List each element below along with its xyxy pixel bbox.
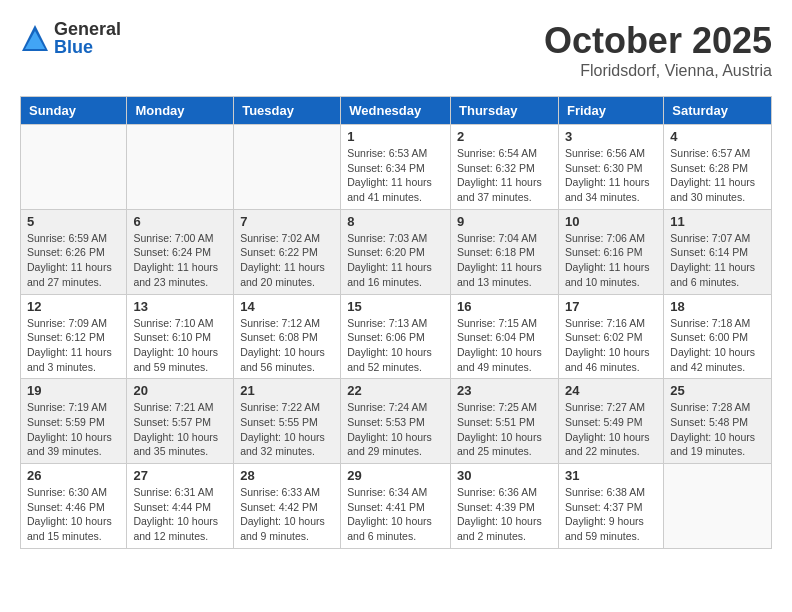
- calendar-cell: [127, 125, 234, 210]
- calendar-week-1: 1Sunrise: 6:53 AM Sunset: 6:34 PM Daylig…: [21, 125, 772, 210]
- calendar-cell: 16Sunrise: 7:15 AM Sunset: 6:04 PM Dayli…: [451, 294, 559, 379]
- day-number: 2: [457, 129, 552, 144]
- day-info: Sunrise: 6:56 AM Sunset: 6:30 PM Dayligh…: [565, 146, 657, 205]
- calendar-cell: 8Sunrise: 7:03 AM Sunset: 6:20 PM Daylig…: [341, 209, 451, 294]
- day-info: Sunrise: 6:57 AM Sunset: 6:28 PM Dayligh…: [670, 146, 765, 205]
- day-info: Sunrise: 7:04 AM Sunset: 6:18 PM Dayligh…: [457, 231, 552, 290]
- day-number: 9: [457, 214, 552, 229]
- calendar-cell: 21Sunrise: 7:22 AM Sunset: 5:55 PM Dayli…: [234, 379, 341, 464]
- day-info: Sunrise: 7:27 AM Sunset: 5:49 PM Dayligh…: [565, 400, 657, 459]
- calendar-week-4: 19Sunrise: 7:19 AM Sunset: 5:59 PM Dayli…: [21, 379, 772, 464]
- calendar-cell: 26Sunrise: 6:30 AM Sunset: 4:46 PM Dayli…: [21, 464, 127, 549]
- day-number: 3: [565, 129, 657, 144]
- calendar-cell: 29Sunrise: 6:34 AM Sunset: 4:41 PM Dayli…: [341, 464, 451, 549]
- day-number: 21: [240, 383, 334, 398]
- calendar-cell: 31Sunrise: 6:38 AM Sunset: 4:37 PM Dayli…: [558, 464, 663, 549]
- calendar-cell: 3Sunrise: 6:56 AM Sunset: 6:30 PM Daylig…: [558, 125, 663, 210]
- day-info: Sunrise: 7:21 AM Sunset: 5:57 PM Dayligh…: [133, 400, 227, 459]
- calendar-week-2: 5Sunrise: 6:59 AM Sunset: 6:26 PM Daylig…: [21, 209, 772, 294]
- day-info: Sunrise: 6:33 AM Sunset: 4:42 PM Dayligh…: [240, 485, 334, 544]
- column-header-thursday: Thursday: [451, 97, 559, 125]
- day-number: 22: [347, 383, 444, 398]
- column-header-monday: Monday: [127, 97, 234, 125]
- calendar-cell: [21, 125, 127, 210]
- calendar-cell: 12Sunrise: 7:09 AM Sunset: 6:12 PM Dayli…: [21, 294, 127, 379]
- day-info: Sunrise: 7:09 AM Sunset: 6:12 PM Dayligh…: [27, 316, 120, 375]
- day-number: 16: [457, 299, 552, 314]
- page-header: General Blue October 2025 Floridsdorf, V…: [20, 20, 772, 80]
- day-info: Sunrise: 6:31 AM Sunset: 4:44 PM Dayligh…: [133, 485, 227, 544]
- calendar-table: SundayMondayTuesdayWednesdayThursdayFrid…: [20, 96, 772, 549]
- calendar-cell: 28Sunrise: 6:33 AM Sunset: 4:42 PM Dayli…: [234, 464, 341, 549]
- calendar-cell: 5Sunrise: 6:59 AM Sunset: 6:26 PM Daylig…: [21, 209, 127, 294]
- day-number: 12: [27, 299, 120, 314]
- day-info: Sunrise: 6:53 AM Sunset: 6:34 PM Dayligh…: [347, 146, 444, 205]
- day-info: Sunrise: 7:16 AM Sunset: 6:02 PM Dayligh…: [565, 316, 657, 375]
- day-number: 28: [240, 468, 334, 483]
- day-number: 14: [240, 299, 334, 314]
- day-info: Sunrise: 6:59 AM Sunset: 6:26 PM Dayligh…: [27, 231, 120, 290]
- day-info: Sunrise: 7:15 AM Sunset: 6:04 PM Dayligh…: [457, 316, 552, 375]
- day-number: 30: [457, 468, 552, 483]
- day-number: 29: [347, 468, 444, 483]
- logo: General Blue: [20, 20, 121, 56]
- column-header-saturday: Saturday: [664, 97, 772, 125]
- day-info: Sunrise: 7:02 AM Sunset: 6:22 PM Dayligh…: [240, 231, 334, 290]
- calendar-cell: [664, 464, 772, 549]
- day-info: Sunrise: 7:28 AM Sunset: 5:48 PM Dayligh…: [670, 400, 765, 459]
- calendar-cell: 30Sunrise: 6:36 AM Sunset: 4:39 PM Dayli…: [451, 464, 559, 549]
- day-info: Sunrise: 7:03 AM Sunset: 6:20 PM Dayligh…: [347, 231, 444, 290]
- calendar-cell: 23Sunrise: 7:25 AM Sunset: 5:51 PM Dayli…: [451, 379, 559, 464]
- day-number: 17: [565, 299, 657, 314]
- calendar-cell: 9Sunrise: 7:04 AM Sunset: 6:18 PM Daylig…: [451, 209, 559, 294]
- calendar-cell: 17Sunrise: 7:16 AM Sunset: 6:02 PM Dayli…: [558, 294, 663, 379]
- calendar-cell: 22Sunrise: 7:24 AM Sunset: 5:53 PM Dayli…: [341, 379, 451, 464]
- column-header-wednesday: Wednesday: [341, 97, 451, 125]
- day-number: 20: [133, 383, 227, 398]
- day-number: 11: [670, 214, 765, 229]
- column-header-friday: Friday: [558, 97, 663, 125]
- day-info: Sunrise: 6:34 AM Sunset: 4:41 PM Dayligh…: [347, 485, 444, 544]
- logo-blue: Blue: [54, 38, 121, 56]
- calendar-cell: [234, 125, 341, 210]
- day-info: Sunrise: 7:12 AM Sunset: 6:08 PM Dayligh…: [240, 316, 334, 375]
- day-info: Sunrise: 7:25 AM Sunset: 5:51 PM Dayligh…: [457, 400, 552, 459]
- calendar-cell: 6Sunrise: 7:00 AM Sunset: 6:24 PM Daylig…: [127, 209, 234, 294]
- column-header-tuesday: Tuesday: [234, 97, 341, 125]
- day-info: Sunrise: 6:54 AM Sunset: 6:32 PM Dayligh…: [457, 146, 552, 205]
- day-number: 6: [133, 214, 227, 229]
- logo-icon: [20, 23, 50, 53]
- day-info: Sunrise: 7:13 AM Sunset: 6:06 PM Dayligh…: [347, 316, 444, 375]
- day-number: 19: [27, 383, 120, 398]
- calendar-cell: 27Sunrise: 6:31 AM Sunset: 4:44 PM Dayli…: [127, 464, 234, 549]
- logo-text: General Blue: [54, 20, 121, 56]
- day-info: Sunrise: 7:19 AM Sunset: 5:59 PM Dayligh…: [27, 400, 120, 459]
- calendar-week-3: 12Sunrise: 7:09 AM Sunset: 6:12 PM Dayli…: [21, 294, 772, 379]
- calendar-cell: 7Sunrise: 7:02 AM Sunset: 6:22 PM Daylig…: [234, 209, 341, 294]
- calendar-cell: 19Sunrise: 7:19 AM Sunset: 5:59 PM Dayli…: [21, 379, 127, 464]
- day-info: Sunrise: 6:30 AM Sunset: 4:46 PM Dayligh…: [27, 485, 120, 544]
- logo-general: General: [54, 20, 121, 38]
- day-info: Sunrise: 7:07 AM Sunset: 6:14 PM Dayligh…: [670, 231, 765, 290]
- calendar-cell: 11Sunrise: 7:07 AM Sunset: 6:14 PM Dayli…: [664, 209, 772, 294]
- calendar-cell: 10Sunrise: 7:06 AM Sunset: 6:16 PM Dayli…: [558, 209, 663, 294]
- calendar-cell: 14Sunrise: 7:12 AM Sunset: 6:08 PM Dayli…: [234, 294, 341, 379]
- day-info: Sunrise: 7:00 AM Sunset: 6:24 PM Dayligh…: [133, 231, 227, 290]
- day-number: 10: [565, 214, 657, 229]
- calendar-cell: 24Sunrise: 7:27 AM Sunset: 5:49 PM Dayli…: [558, 379, 663, 464]
- day-info: Sunrise: 7:06 AM Sunset: 6:16 PM Dayligh…: [565, 231, 657, 290]
- calendar-cell: 13Sunrise: 7:10 AM Sunset: 6:10 PM Dayli…: [127, 294, 234, 379]
- day-number: 15: [347, 299, 444, 314]
- calendar-cell: 20Sunrise: 7:21 AM Sunset: 5:57 PM Dayli…: [127, 379, 234, 464]
- day-number: 24: [565, 383, 657, 398]
- location-subtitle: Floridsdorf, Vienna, Austria: [544, 62, 772, 80]
- day-info: Sunrise: 7:18 AM Sunset: 6:00 PM Dayligh…: [670, 316, 765, 375]
- day-info: Sunrise: 6:36 AM Sunset: 4:39 PM Dayligh…: [457, 485, 552, 544]
- calendar-header-row: SundayMondayTuesdayWednesdayThursdayFrid…: [21, 97, 772, 125]
- day-info: Sunrise: 7:22 AM Sunset: 5:55 PM Dayligh…: [240, 400, 334, 459]
- title-block: October 2025 Floridsdorf, Vienna, Austri…: [544, 20, 772, 80]
- calendar-cell: 18Sunrise: 7:18 AM Sunset: 6:00 PM Dayli…: [664, 294, 772, 379]
- day-info: Sunrise: 7:24 AM Sunset: 5:53 PM Dayligh…: [347, 400, 444, 459]
- day-number: 18: [670, 299, 765, 314]
- month-title: October 2025: [544, 20, 772, 62]
